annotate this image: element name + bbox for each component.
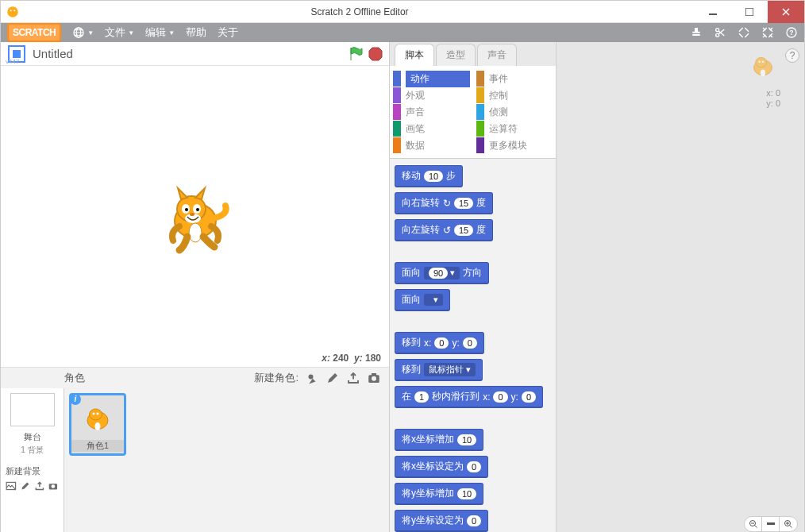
help-toggle-icon[interactable]: ? [785, 48, 799, 63]
paint-backdrop-icon[interactable] [20, 480, 31, 492]
window-titlebar: Scratch 2 Offline Editor [1, 1, 804, 23]
version-tag: v447 [6, 58, 19, 65]
category-swatch [393, 71, 401, 87]
svg-point-22 [189, 223, 202, 242]
choose-backdrop-icon[interactable] [6, 480, 17, 492]
upload-backdrop-icon[interactable] [34, 480, 45, 492]
svg-point-26 [372, 376, 376, 381]
block-turn-left[interactable]: 向左旋转↺15度 [395, 219, 493, 241]
svg-point-38 [762, 60, 765, 63]
svg-point-19 [196, 208, 199, 211]
scripts-area[interactable]: ? x: 0 y: 0 [557, 42, 804, 532]
svg-point-29 [52, 484, 56, 488]
svg-point-33 [97, 413, 99, 415]
green-flag-icon[interactable] [348, 46, 364, 62]
svg-marker-13 [369, 48, 382, 60]
window-title: Scratch 2 Offline Editor [25, 6, 695, 17]
zoom-controls [744, 516, 798, 532]
category-swatch [393, 137, 401, 153]
app-icon [6, 5, 20, 19]
category-数据[interactable]: 数据 [393, 137, 470, 153]
category-swatch [476, 137, 484, 153]
category-侦测[interactable]: 侦测 [476, 104, 553, 120]
tab-scripts[interactable]: 脚本 [395, 44, 434, 66]
help-icon[interactable]: ? [785, 26, 798, 39]
block-change-x[interactable]: 将x坐标增加10 [395, 429, 483, 451]
mouse-coordinates: x: 240 y: 180 [322, 353, 381, 364]
camera-sprite-icon[interactable] [367, 371, 381, 385]
sprite-bar: 角色 新建角色: [1, 368, 389, 388]
category-动作[interactable]: 动作 [393, 71, 470, 87]
sprite-on-stage[interactable] [156, 177, 235, 256]
sprite-info-icon[interactable]: i [70, 394, 81, 405]
choose-sprite-icon[interactable] [305, 371, 319, 385]
sprite-item[interactable]: i 角色1 [69, 393, 126, 456]
scissors-icon[interactable] [714, 26, 726, 39]
tab-costumes[interactable]: 造型 [436, 44, 476, 66]
svg-point-23 [309, 375, 314, 380]
stage-thumbnail[interactable] [10, 393, 55, 426]
menu-file[interactable]: 文件▼ [105, 25, 134, 40]
category-swatch [476, 104, 484, 120]
block-goto-xy[interactable]: 移到x:0y:0 [395, 332, 484, 354]
stamp-icon[interactable] [690, 26, 703, 39]
block-set-x[interactable]: 将x坐标设定为0 [395, 456, 488, 478]
globe-icon[interactable]: ▼ [72, 26, 94, 39]
sprite-list: i 角色1 [64, 388, 389, 532]
category-swatch [476, 71, 484, 87]
sprite-mini-preview: x: 0 y: 0 [745, 48, 780, 109]
project-title[interactable]: Untitled [33, 47, 73, 60]
block-set-y[interactable]: 将y坐标设定为0 [395, 510, 488, 532]
zoom-in-button[interactable] [780, 517, 797, 531]
category-label: 数据 [406, 139, 425, 152]
upload-sprite-icon[interactable] [346, 371, 360, 385]
svg-point-37 [758, 60, 761, 63]
category-更多模块[interactable]: 更多模块 [476, 137, 553, 153]
category-事件[interactable]: 事件 [476, 71, 553, 87]
block-point-direction[interactable]: 面向90▾方向 [395, 262, 489, 284]
stage[interactable]: x: 240 y: 180 [1, 66, 389, 368]
svg-rect-3 [709, 13, 717, 15]
block-point-toward[interactable]: 面向 ▾ [395, 289, 450, 311]
menu-edit[interactable]: 编辑▼ [145, 25, 175, 40]
sprite-item-name: 角色1 [71, 440, 124, 452]
block-change-y[interactable]: 将y坐标增加10 [395, 483, 483, 505]
category-画笔[interactable]: 画笔 [393, 121, 470, 137]
close-button[interactable] [768, 1, 804, 23]
zoom-out-button[interactable] [745, 517, 762, 531]
svg-point-1 [10, 10, 12, 11]
category-label: 外观 [406, 89, 425, 102]
grow-icon[interactable] [738, 26, 750, 39]
maximize-button[interactable] [731, 1, 768, 23]
menu-help[interactable]: 帮助 [186, 25, 206, 40]
tab-sounds[interactable]: 声音 [477, 44, 517, 66]
category-外观[interactable]: 外观 [393, 87, 470, 103]
new-sprite-label: 新建角色: [254, 371, 299, 385]
paint-sprite-icon[interactable] [325, 371, 340, 385]
new-backdrop-label: 新建背景 [6, 465, 59, 477]
zoom-reset-button[interactable] [762, 517, 780, 531]
camera-backdrop-icon[interactable] [48, 480, 59, 492]
block-move-steps[interactable]: 移动10步 [395, 165, 463, 187]
category-swatch [476, 121, 484, 137]
svg-rect-41 [767, 522, 775, 525]
block-turn-right[interactable]: 向右旋转↻15度 [395, 192, 493, 214]
svg-point-32 [93, 413, 95, 415]
block-goto-target[interactable]: 移到鼠标指针▾ [395, 359, 483, 381]
category-label: 控制 [489, 89, 508, 102]
menubar: SCRATCH ▼ 文件▼ 编辑▼ 帮助 关于 ? [1, 23, 804, 42]
svg-rect-25 [372, 373, 376, 376]
menu-about[interactable]: 关于 [218, 25, 238, 40]
stop-icon[interactable] [368, 47, 383, 61]
block-palette[interactable]: 移动10步 向右旋转↻15度 向左旋转↺15度 面向90▾方向 面向 ▾ 移到x… [390, 159, 556, 532]
category-label: 事件 [489, 72, 508, 86]
minimize-button[interactable] [695, 1, 731, 23]
category-运算符[interactable]: 运算符 [476, 121, 553, 137]
category-控制[interactable]: 控制 [476, 87, 553, 103]
category-swatch [393, 104, 401, 120]
svg-point-39 [761, 69, 765, 76]
block-glide[interactable]: 在1秒内滑行到x:0y:0 [395, 386, 543, 408]
category-swatch [393, 121, 401, 137]
shrink-icon[interactable] [761, 26, 774, 39]
category-声音[interactable]: 声音 [393, 104, 470, 120]
